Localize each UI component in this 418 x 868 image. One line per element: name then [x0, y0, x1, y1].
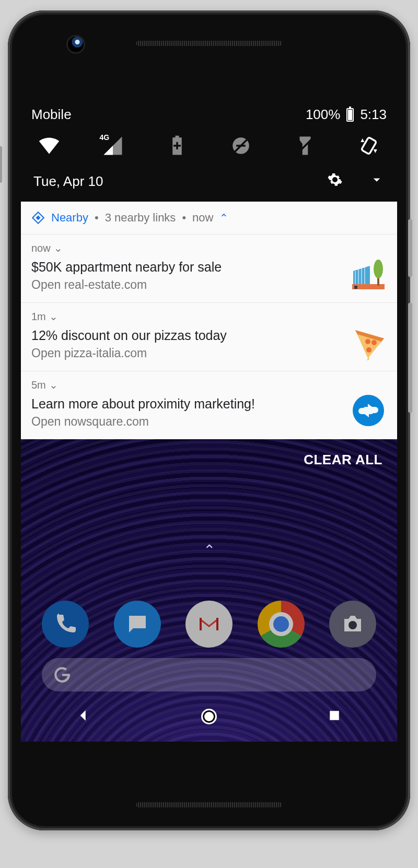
navigation-bar [21, 702, 397, 731]
chevron-down-icon[interactable]: ⌄ [49, 379, 58, 391]
qs-flashlight-icon[interactable] [289, 130, 321, 161]
notification-subtext: Open real-estate.com [31, 278, 340, 292]
notification-dot: • [95, 211, 99, 225]
nearby-icon [31, 211, 45, 225]
notification-title: $50K appartment nearby for sale [31, 260, 340, 275]
notification-subtext: Open pizza-italia.com [31, 346, 340, 360]
notification-time: now [192, 211, 213, 225]
cellular-network-label: 4G [99, 133, 109, 142]
notification-app-name: Nearby [51, 211, 88, 225]
expand-chevron-down-icon[interactable] [369, 172, 385, 191]
dock-app-chrome[interactable] [258, 601, 305, 648]
notification-title: 12% discount on our pizzas today [31, 328, 340, 343]
carrier-label: Mobile [31, 107, 72, 123]
qs-auto-rotate-icon[interactable] [353, 130, 385, 161]
battery-percent: 100% [306, 107, 341, 123]
qs-dnd-icon[interactable] [225, 130, 257, 161]
dock-app-messages[interactable] [114, 601, 161, 648]
svg-point-17 [371, 340, 377, 345]
notification-summary: 3 nearby links [105, 211, 176, 225]
svg-rect-4 [361, 137, 376, 155]
notification-item[interactable]: 1m ⌄ 12% discount on our pizzas today Op… [21, 303, 397, 371]
qs-battery-saver-icon[interactable] [161, 130, 193, 161]
notification-item[interactable]: 5m ⌄ Learn more about proximity marketin… [21, 371, 397, 439]
qs-wifi-icon[interactable] [33, 130, 65, 161]
notification-subtext: Open nowsquare.com [31, 415, 340, 429]
device-front-camera [68, 37, 84, 52]
notification-item-time: 1m [31, 311, 46, 323]
launcher-caret-up-icon[interactable]: ⌃ [203, 542, 215, 559]
device-bottom-speaker [136, 802, 282, 807]
qs-cellular-icon[interactable]: 4G [97, 130, 129, 161]
phone-frame: Mobile 100% 5:13 4G [8, 10, 410, 830]
nav-back-icon[interactable] [76, 708, 91, 725]
dock-app-phone[interactable] [42, 601, 89, 648]
device-power-button[interactable] [408, 219, 412, 277]
dock-app-gmail[interactable] [185, 601, 233, 648]
svg-point-18 [366, 347, 371, 353]
svg-rect-8 [354, 286, 357, 289]
nav-recents-icon[interactable] [327, 708, 342, 725]
svg-rect-6 [36, 215, 40, 220]
clock: 5:13 [360, 107, 387, 123]
quick-settings-row: 4G [21, 127, 397, 168]
chevron-down-icon[interactable]: ⌄ [49, 310, 58, 323]
notification-list: Nearby • 3 nearby links • now ⌃ now ⌄ $5… [21, 202, 397, 439]
svg-rect-21 [330, 711, 339, 720]
google-search-bar[interactable] [42, 658, 376, 691]
google-g-icon [53, 666, 71, 684]
collapse-chevron-up-icon[interactable]: ⌃ [219, 212, 228, 224]
chevron-down-icon[interactable]: ⌄ [54, 242, 63, 254]
notification-shade[interactable]: Mobile 100% 5:13 4G [21, 99, 397, 439]
screen: Mobile 100% 5:13 4G [21, 99, 397, 742]
device-sim-tray [0, 146, 2, 183]
nav-home-icon[interactable] [201, 709, 217, 724]
notification-dot: • [182, 211, 186, 225]
dock-app-camera[interactable] [329, 601, 376, 648]
settings-gear-icon[interactable] [327, 172, 343, 191]
svg-point-15 [374, 260, 383, 278]
device-volume-rocker[interactable] [408, 303, 412, 413]
notification-group-header[interactable]: Nearby • 3 nearby links • now ⌃ [21, 202, 397, 234]
dock [42, 601, 376, 648]
notification-title: Learn more about proximity marketing! [31, 396, 340, 412]
notification-item-time: 5m [31, 379, 46, 391]
shade-date: Tue, Apr 10 [33, 173, 103, 190]
nowsquare-icon [350, 392, 387, 429]
svg-point-16 [365, 339, 370, 344]
svg-point-20 [349, 621, 357, 629]
building-icon [350, 255, 387, 292]
notification-item-time: now [31, 242, 51, 254]
pizza-icon [350, 324, 387, 360]
clear-all-button[interactable]: CLEAR ALL [21, 439, 397, 480]
status-bar: Mobile 100% 5:13 [21, 99, 397, 127]
notification-item[interactable]: now ⌄ $50K appartment nearby for sale Op… [21, 234, 397, 303]
device-earpiece [136, 41, 282, 46]
battery-icon [346, 108, 354, 122]
